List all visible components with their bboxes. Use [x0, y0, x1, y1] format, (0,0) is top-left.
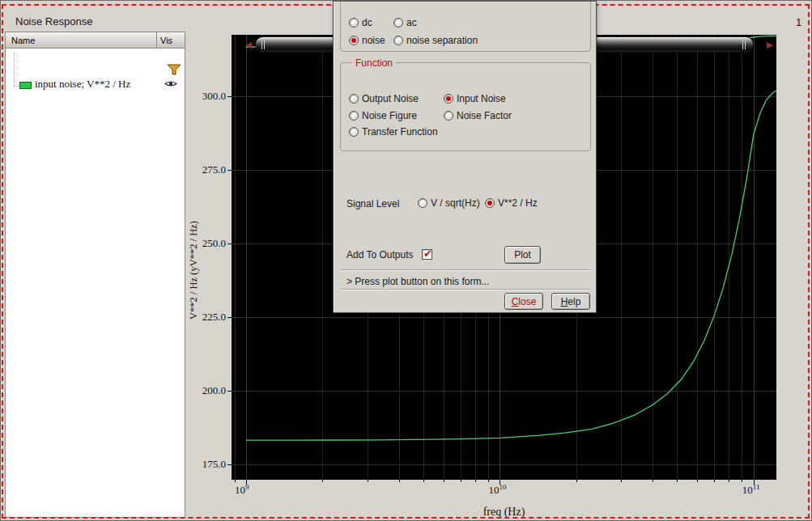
radio-output-noise[interactable]: Output Noise: [349, 93, 419, 104]
add-to-outputs-label: Add To Outputs: [346, 249, 414, 260]
radio-button-icon: [393, 18, 403, 28]
radio-label: V**2 / Hz: [498, 197, 538, 209]
filter-icon[interactable]: [166, 63, 182, 76]
radio-label: V / sqrt(Hz): [431, 197, 480, 209]
radio-button-icon: [349, 111, 359, 121]
radio-button-icon: [349, 94, 359, 104]
y-tick-label: 200.0: [202, 384, 226, 397]
radio-button-icon: [349, 127, 359, 137]
waveform-window: Noise Response 1 Name Vis input noise; V…: [0, 0, 812, 521]
radio-noise-figure[interactable]: Noise Figure: [349, 110, 417, 121]
radio-v-sqrt-hz[interactable]: V / sqrt(Hz): [418, 197, 480, 209]
x-tick-label: 109: [235, 483, 249, 497]
trace-color-swatch: [19, 82, 32, 89]
y-tick-label: 175.0: [202, 458, 226, 471]
radio-button-icon: [444, 111, 453, 121]
scrollbar-grip-icon: [261, 40, 266, 49]
trace-panel: Name Vis input noise; V**2 / Hz: [5, 32, 185, 518]
window-title: Noise Response: [15, 15, 92, 28]
tree-connector: [14, 52, 15, 87]
separator: [340, 269, 591, 271]
function-group-title: Function: [352, 57, 396, 69]
radio-label: noise separation: [406, 35, 478, 46]
y-tick-label: 275.0: [202, 163, 226, 176]
help-button[interactable]: Help: [551, 293, 590, 310]
direct-plot-form-dialog: dc ac noise noise separation Function Ou…: [333, 1, 597, 313]
column-header-name[interactable]: Name: [11, 36, 35, 45]
radio-label: dc: [362, 17, 372, 28]
radio-button-icon: [418, 198, 427, 208]
radio-button-icon: [349, 18, 359, 28]
signal-level-label: Signal Level: [346, 198, 399, 210]
form-status-message: > Press plot button on this form...: [346, 276, 489, 287]
y-tick-label: 225.0: [202, 311, 226, 324]
scrollbar-right-arrow-icon[interactable]: ▶: [764, 39, 776, 50]
y-tick-label: 250.0: [202, 237, 226, 250]
radio-button-icon: [485, 198, 495, 208]
scrollbar-grip-icon: [742, 40, 747, 49]
column-header-vis[interactable]: Vis: [160, 36, 172, 45]
trace-label: input noise; V**2 / Hz: [35, 78, 130, 91]
x-tick-label: 1010: [488, 483, 506, 497]
radio-noise[interactable]: noise: [349, 35, 385, 46]
separator: [340, 289, 591, 290]
trace-table-header: Name Vis: [6, 32, 185, 49]
radio-button-icon: [444, 94, 453, 104]
x-tick-labels: 10910101011: [232, 483, 776, 498]
radio-dc[interactable]: dc: [349, 17, 372, 28]
radio-ac[interactable]: ac: [393, 17, 417, 28]
radio-transfer-function[interactable]: Transfer Function: [349, 126, 438, 138]
radio-label: Noise Factor: [457, 110, 512, 121]
y-tick-label: 300.0: [202, 90, 226, 103]
radio-button-icon: [393, 36, 403, 45]
radio-label: Output Noise: [362, 93, 419, 104]
plot-button-label: Plot: [514, 249, 531, 260]
radio-v2-hz[interactable]: V**2 / Hz: [485, 197, 538, 209]
radio-noise-factor[interactable]: Noise Factor: [444, 110, 512, 121]
close-button[interactable]: Close: [504, 293, 543, 310]
radio-label: ac: [406, 17, 417, 28]
radio-button-icon: [349, 36, 359, 45]
radio-label: noise: [362, 35, 385, 46]
column-separator: [156, 32, 157, 49]
radio-label: Transfer Function: [362, 126, 438, 138]
scrollbar-left-arrow-icon[interactable]: ◀: [243, 39, 254, 50]
subwindow-number: 1: [796, 16, 801, 28]
radio-label: Input Noise: [457, 93, 506, 104]
x-tick-label: 1011: [742, 483, 760, 497]
close-button-label: Close: [512, 296, 537, 307]
help-button-label: Help: [561, 296, 581, 307]
radio-label: Noise Figure: [362, 110, 417, 121]
add-to-outputs-checkbox[interactable]: [422, 249, 432, 260]
y-axis-label: V**2 / Hz (yV**2 / Hz): [188, 205, 201, 335]
radio-noise-separation[interactable]: noise separation: [393, 35, 478, 46]
x-axis-label: freq (Hz): [232, 506, 776, 519]
function-group: Function: [340, 62, 591, 151]
plot-button[interactable]: Plot: [504, 246, 541, 264]
visibility-eye-icon[interactable]: [164, 79, 177, 88]
radio-input-noise[interactable]: Input Noise: [444, 93, 506, 104]
